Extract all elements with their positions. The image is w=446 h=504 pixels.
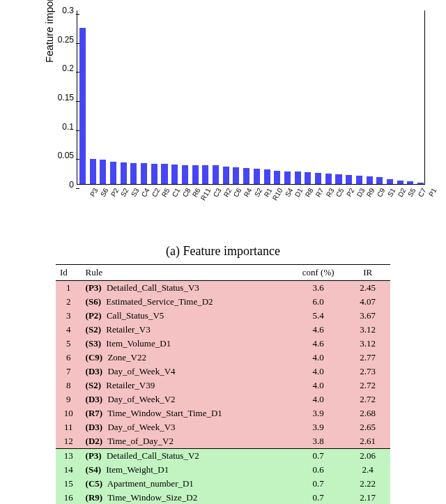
cell-ir: 2.73 — [345, 365, 390, 379]
rule-text: Estimated_Service_Time_D2 — [104, 296, 213, 307]
cell-rule: (P3) Detailed_Call_Status_V2 — [82, 449, 291, 464]
rule-text: Retailer_V39 — [104, 380, 155, 390]
cell-ir: 2.61 — [345, 434, 390, 449]
cell-conf: 3.9 — [291, 420, 345, 434]
bar — [100, 160, 106, 184]
y-tick-label: 0.2 — [49, 63, 74, 73]
bar — [284, 171, 291, 184]
cell-conf: 3.6 — [291, 281, 345, 296]
cell-conf: 4.0 — [291, 351, 345, 365]
rule-code: (P3) — [86, 282, 105, 293]
bar — [376, 177, 383, 184]
rule-code: (S6) — [86, 296, 104, 307]
cell-conf: 3.8 — [291, 434, 345, 449]
cell-conf: 6.0 — [291, 295, 345, 309]
cell-conf: 3.9 — [291, 406, 345, 420]
bar — [213, 165, 219, 184]
cell-conf: 4.6 — [291, 323, 345, 337]
y-tick-label: 0.3 — [49, 6, 74, 15]
cell-rule: (P3) Detailed_Call_Status_V3 — [82, 281, 291, 296]
rule-text: Retailer_V3 — [104, 324, 151, 335]
table-row: 7(D3) Day_of_Week_V44.02.73 — [56, 365, 390, 379]
table-body: 1(P3) Detailed_Call_Status_V33.62.452(S6… — [56, 281, 390, 505]
y-tick-label: 0.15 — [49, 93, 74, 102]
table-row: 5(S3) Item_Volume_D14.63.12 — [56, 337, 390, 351]
rule-text: Day_of_Week_V4 — [105, 366, 175, 376]
bars-group — [77, 10, 424, 184]
col-conf: conf (%) — [291, 265, 345, 281]
cell-rule: (C5) Apartment_number_D1 — [82, 477, 291, 491]
bar — [171, 165, 178, 184]
rule-code: (R9) — [86, 492, 106, 503]
rules-table: Id Rule conf (%) IR 1(P3) Detailed_Call_… — [56, 264, 390, 504]
rule-code: (D3) — [86, 394, 106, 404]
table-row: 6(C9) Zone_V224.02.77 — [56, 351, 390, 365]
cell-ir: 3.12 — [345, 337, 390, 351]
cell-rule: (D3) Day_of_Week_V3 — [82, 420, 291, 434]
cell-id: 14 — [56, 463, 82, 477]
rule-text: Zone_V22 — [105, 352, 146, 362]
rule-code: (S2) — [86, 324, 104, 335]
rule-code: (D3) — [86, 422, 106, 432]
rule-code: (C9) — [86, 352, 106, 362]
rule-text: Day_of_Week_V2 — [105, 394, 175, 404]
cell-ir: 2.68 — [345, 406, 390, 420]
x-ticks: P3S6P2S2S3C4C2R5C1C8R6R11C3R2C6R4S2R1R10… — [77, 187, 425, 229]
bar — [407, 181, 413, 184]
cell-rule: (R9) Time_Window_Size_D2 — [82, 491, 291, 504]
cell-ir: 3.67 — [345, 309, 390, 323]
table-row: 8(S2) Retailer_V394.02.72 — [56, 379, 390, 392]
table-row: 2(S6) Estimated_Service_Time_D26.04.07 — [56, 295, 390, 309]
cell-rule: (S4) Item_Weight_D1 — [82, 463, 291, 477]
cell-id: 12 — [56, 434, 82, 449]
rule-code: (S2) — [86, 380, 104, 390]
table-row: 13(P3) Detailed_Call_Status_V20.72.06 — [56, 449, 390, 464]
cell-id: 1 — [56, 281, 82, 296]
table-row: 12(D2) Time_of_Day_V23.82.61 — [56, 434, 390, 449]
cell-rule: (S6) Estimated_Service_Time_D2 — [82, 295, 291, 309]
col-rule: Rule — [82, 265, 291, 281]
bar — [346, 175, 352, 184]
bar — [295, 171, 301, 184]
y-tick-label: 0 — [49, 180, 74, 190]
cell-id: 5 — [56, 337, 82, 351]
y-tick-label: 0.05 — [49, 151, 74, 160]
rule-text: Time_Window_Size_D2 — [105, 492, 197, 503]
caption-a: (a) Feature importance — [7, 244, 439, 259]
col-ir: IR — [345, 265, 390, 281]
cell-id: 13 — [56, 449, 82, 464]
table-row: 1(P3) Detailed_Call_Status_V33.62.45 — [56, 281, 390, 296]
table-row: 14(S4) Item_Weight_D10.62.4 — [56, 463, 390, 477]
cell-id: 15 — [56, 477, 82, 491]
bar — [325, 174, 332, 184]
cell-id: 9 — [56, 392, 82, 406]
bar — [243, 168, 249, 184]
rule-code: (P3) — [86, 450, 105, 461]
y-ticks: 00.050.10.150.20.250.3 — [49, 10, 75, 185]
rule-text: Apartment_number_D1 — [105, 478, 194, 489]
rule-text: Time_of_Day_V2 — [105, 436, 174, 446]
cell-id: 16 — [56, 491, 82, 504]
cell-rule: (R7) Time_Window_Start_Time_D1 — [82, 406, 291, 420]
col-id: Id — [56, 265, 82, 281]
cell-ir: 2.4 — [345, 463, 390, 477]
rule-code: (S3) — [86, 338, 104, 349]
table-row: 11(D3) Day_of_Week_V33.92.65 — [56, 420, 390, 434]
cell-conf: 4.6 — [291, 337, 345, 351]
cell-id: 7 — [56, 365, 82, 379]
cell-conf: 0.6 — [291, 463, 345, 477]
cell-rule: (D2) Time_of_Day_V2 — [82, 434, 291, 449]
rule-code: (C5) — [86, 478, 106, 489]
cell-ir: 3.12 — [345, 323, 390, 337]
cell-rule: (C9) Zone_V22 — [82, 351, 291, 365]
bar — [90, 159, 96, 184]
bar — [182, 165, 188, 185]
cell-conf: 0.7 — [291, 491, 345, 504]
cell-rule: (S2) Retailer_V3 — [82, 323, 291, 337]
cell-ir: 2.77 — [345, 351, 390, 365]
table-row: 16(R9) Time_Window_Size_D20.72.17 — [56, 491, 390, 504]
cell-ir: 2.72 — [345, 379, 390, 392]
bar — [274, 171, 280, 184]
cell-id: 3 — [56, 309, 82, 323]
feature-importance-chart: Feature importance 00.050.10.150.20.250.… — [49, 7, 425, 216]
